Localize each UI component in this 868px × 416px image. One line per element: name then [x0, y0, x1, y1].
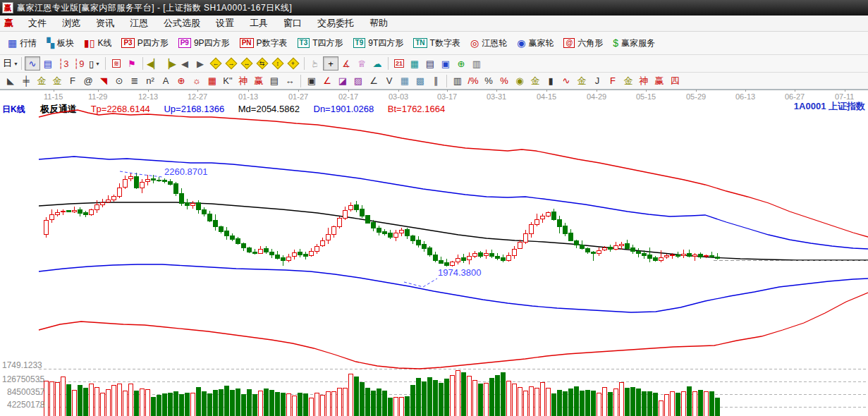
menu-item-6[interactable]: 工具	[242, 16, 276, 31]
calendar-button[interactable]: 21	[391, 56, 407, 71]
hash-tool[interactable]: ≣	[127, 74, 142, 88]
last-bar-button[interactable]: ▕▶	[161, 56, 177, 71]
grid-box2-tool[interactable]: ▩	[412, 74, 428, 88]
t-square-button[interactable]: T3T四方形	[293, 35, 348, 52]
winner-service-button[interactable]: $赢家服务	[608, 35, 660, 52]
p-table-button[interactable]: PNP数字表	[235, 35, 293, 52]
gold-circle-tool[interactable]: ◉	[512, 74, 527, 88]
f-grid-tool[interactable]: F	[65, 74, 80, 88]
grid-box-tool[interactable]: ▦	[397, 74, 412, 88]
shen-grid-tool[interactable]: 神	[236, 74, 251, 88]
9p-square-button[interactable]: P99P四方形	[173, 35, 235, 52]
pattern-button[interactable]: ≋	[109, 56, 124, 71]
crown-tool-button[interactable]: ♕	[354, 56, 369, 71]
pct-tool[interactable]: %	[481, 74, 496, 88]
menu-item-5[interactable]: 设置	[208, 16, 242, 31]
f-angle-tool[interactable]: F	[605, 74, 621, 88]
cycle-tool[interactable]: ⊙	[111, 74, 127, 88]
hand-tool-button[interactable]: ☞	[307, 56, 323, 71]
next-bar-button[interactable]: ▶	[192, 56, 208, 71]
gold-grid2-tool[interactable]: 金	[49, 74, 65, 88]
export-pc-button[interactable]: ▥	[469, 56, 484, 71]
knife-tool[interactable]: ◣	[3, 74, 18, 88]
title-bar[interactable]: 赢 赢家江恩专业版[赢家内部服务平台] - [上证指数 SH1A0001-167…	[0, 0, 868, 16]
crosshair-tool-button[interactable]: +	[323, 56, 338, 71]
quotes-button[interactable]: ▦行情	[3, 35, 42, 52]
menu-item-3[interactable]: 江恩	[122, 16, 156, 31]
price-grid-tool[interactable]: ╪	[18, 74, 34, 88]
info-panel-button[interactable]: ▤	[40, 56, 56, 71]
expand-button[interactable]: ↕	[270, 56, 286, 71]
cloud-tool-button[interactable]: ☁	[369, 56, 385, 71]
angle-measure-button[interactable]: ∡	[338, 56, 354, 71]
merge-3-button[interactable]: ┆3	[56, 56, 71, 71]
a-wave-tool[interactable]: ∿	[558, 74, 574, 88]
flag-button[interactable]: ⚑	[124, 56, 140, 71]
circle-cross-tool[interactable]: ⊕	[173, 74, 189, 88]
scroll-left-button[interactable]: ←	[208, 56, 224, 71]
hexagon-button[interactable]: @六角形	[558, 35, 608, 52]
menu-item-9[interactable]: 帮助	[362, 16, 396, 31]
trend-wave-button[interactable]: ∿	[25, 56, 40, 71]
menu-item-7[interactable]: 窗口	[276, 16, 310, 31]
pct-line-tool[interactable]: %	[496, 74, 512, 88]
gann-pct-tool[interactable]: /%	[465, 74, 481, 88]
n2-tool[interactable]: n²	[142, 74, 158, 88]
grid-123-tool[interactable]: ▤	[267, 74, 282, 88]
ying-angle-tool[interactable]: 赢	[652, 74, 667, 88]
k-quote-tool[interactable]: K"	[220, 74, 236, 88]
compress-button[interactable]: ⇆	[255, 56, 270, 71]
gold-angle-tool[interactable]: 金	[621, 74, 636, 88]
zoom-all-button[interactable]: +	[286, 56, 301, 71]
candle-style-button[interactable]: ▯▼	[87, 56, 102, 71]
angle-lines-tool[interactable]: ∠	[366, 74, 381, 88]
p-square-button[interactable]: P3P四方形	[116, 35, 173, 52]
menu-item-4[interactable]: 公式选股	[156, 16, 208, 31]
levels-tool[interactable]: ▥	[450, 74, 465, 88]
period-day-button[interactable]: 日▼	[3, 56, 18, 71]
sectors-button[interactable]: ▚板块	[42, 35, 79, 52]
j-angle-tool[interactable]: J	[589, 74, 605, 88]
red-grid-tool[interactable]: ▦	[204, 74, 220, 88]
circle-star-tool[interactable]: ☼	[189, 74, 204, 88]
scroll-right-button[interactable]: →	[224, 56, 239, 71]
red-knife-tool[interactable]: ◥	[96, 74, 111, 88]
menu-item-0[interactable]: 文件	[20, 16, 54, 31]
v-wave-tool[interactable]: V	[381, 74, 397, 88]
fan-tool[interactable]: ∠	[319, 74, 335, 88]
width-tool[interactable]: ↔	[282, 74, 298, 88]
prev-bar-button[interactable]: ◀	[177, 56, 192, 71]
gold-grid-tool[interactable]: 金	[34, 74, 49, 88]
brush-tool[interactable]: ▮	[543, 74, 558, 88]
candlestick-chart[interactable]	[0, 99, 868, 416]
merge-9-button[interactable]: ┆9	[71, 56, 87, 71]
si-angle-tool[interactable]: 四	[667, 74, 683, 88]
first-bar-button[interactable]: ◀▏	[146, 56, 161, 71]
scroll-both-button[interactable]: ↔	[239, 56, 255, 71]
save-button[interactable]: ▣	[438, 56, 453, 71]
menu-item-2[interactable]: 资讯	[88, 16, 122, 31]
kline-button[interactable]: ▮▯K线	[79, 35, 116, 52]
notes-button[interactable]: ▤	[422, 56, 438, 71]
gold-line2-tool[interactable]: 金	[574, 74, 589, 88]
gold-line-tool[interactable]: 金	[527, 74, 543, 88]
calculator-button[interactable]: ▦	[407, 56, 422, 71]
menu-item-8[interactable]: 交易委托	[310, 16, 362, 31]
shen-angle-tool[interactable]: 神	[636, 74, 652, 88]
menu-item-1[interactable]: 浏览	[54, 16, 88, 31]
box-tool[interactable]: ▣	[304, 74, 319, 88]
parallel-tool[interactable]: ∥	[428, 74, 444, 88]
fan-box-tool[interactable]: ◪	[335, 74, 350, 88]
pct-line-tool-icon: %	[500, 75, 508, 86]
date-tick-mark	[197, 90, 198, 92]
export-web-button[interactable]: ⊕	[453, 56, 469, 71]
ying-grid-tool[interactable]: 赢	[251, 74, 267, 88]
t-table-button[interactable]: TNT数字表	[408, 35, 465, 52]
volume-axis-label-1: 126750535	[2, 374, 44, 384]
9t-square-button[interactable]: T99T四方形	[348, 35, 409, 52]
box-fan-tool[interactable]: ▨	[350, 74, 366, 88]
winner-wheel-button[interactable]: ◉赢家轮	[512, 35, 558, 52]
mirror-tool[interactable]: A	[158, 74, 173, 88]
spiral-tool[interactable]: @	[80, 74, 96, 88]
gann-wheel-button[interactable]: ◎江恩轮	[465, 35, 512, 52]
